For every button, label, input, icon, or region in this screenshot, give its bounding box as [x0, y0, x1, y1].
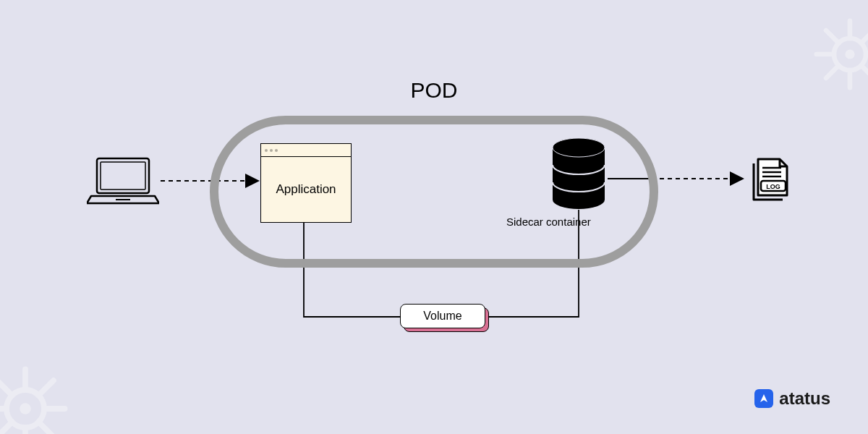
- laptop-icon: [87, 156, 159, 206]
- sidecar-label: Sidecar container: [506, 216, 591, 228]
- brand-logo: atatus: [754, 388, 830, 409]
- log-file-icon: LOG: [745, 152, 796, 203]
- svg-rect-24: [101, 162, 145, 190]
- brand-mark-icon: [754, 389, 773, 408]
- brand-name: atatus: [779, 388, 830, 409]
- database-cylinder-icon: [550, 137, 608, 210]
- diagram-canvas: POD Application Sidecar container LOG: [0, 0, 868, 434]
- volume-box: Volume: [400, 304, 485, 328]
- application-window-chrome: [261, 144, 351, 157]
- pod-title: POD: [0, 78, 868, 103]
- application-label: Application: [261, 157, 351, 222]
- svg-point-27: [553, 138, 605, 157]
- volume-label: Volume: [423, 310, 461, 323]
- application-container: Application: [260, 143, 352, 223]
- log-badge-text: LOG: [766, 183, 780, 190]
- svg-rect-23: [97, 158, 149, 193]
